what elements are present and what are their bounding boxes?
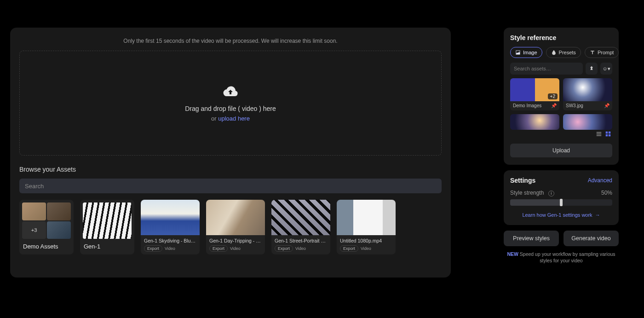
folder-gen-1[interactable]: Gen-1 <box>80 200 134 254</box>
asset-title: Gen-1 Street-Portrait - … <box>275 238 327 243</box>
asset-card[interactable]: Gen-1 Skydiving - Blue … Export Video <box>141 200 200 254</box>
preview-styles-button[interactable]: Preview styles <box>504 231 559 246</box>
upload-pin-button[interactable] <box>586 63 598 75</box>
style-card-name: Demo Images <box>513 103 541 108</box>
pin-icon: 📌 <box>604 103 610 108</box>
style-reference-title: Style reference <box>510 34 612 41</box>
asset-card[interactable]: Gen-1 Day-Tripping - W… Export Video <box>206 200 265 254</box>
extra-badge: +2 <box>548 93 558 99</box>
processing-notice: Only the first 15 seconds of the video w… <box>19 38 442 44</box>
style-reference-panel: Style reference Image Presets Prompt ☺▾ <box>504 28 619 165</box>
main-panel: Only the first 15 seconds of the video w… <box>10 28 451 278</box>
style-tab-row: Image Presets Prompt <box>510 47 612 58</box>
asset-card[interactable]: Gen-1 Street-Portrait - … Export Video <box>271 200 330 254</box>
settings-title: Settings <box>510 177 535 184</box>
more-button[interactable]: ☺▾ <box>600 63 612 75</box>
settings-panel: Settings Advanced Style strength i 50% L… <box>504 170 619 225</box>
action-row: Preview styles Generate video <box>504 231 619 246</box>
generate-video-button[interactable]: Generate video <box>564 231 619 246</box>
export-tag: Export <box>340 245 358 252</box>
asset-row: +3 Demo Assets Gen-1 Gen-1 Skydiving - B… <box>19 200 442 254</box>
dropzone-title: Drag and drop file ( video ) here <box>185 105 276 112</box>
asset-title: Gen-1 Skydiving - Blue … <box>144 238 196 243</box>
style-tools-row: ☺▾ <box>510 63 612 75</box>
style-upload-button[interactable]: Upload <box>510 144 612 157</box>
style-search-input[interactable] <box>510 63 583 75</box>
export-tag: Export <box>209 245 228 252</box>
learn-settings-link[interactable]: Learn how Gen-1 settings work→ <box>510 212 612 218</box>
style-card[interactable]: +2 Demo Images 📌 <box>510 78 559 110</box>
asset-title: Untitled 1080p.mp4 <box>340 238 392 243</box>
view-toggle <box>596 131 611 137</box>
grid-view-button[interactable] <box>605 131 611 137</box>
folder-name: Gen-1 <box>80 239 134 254</box>
browse-assets-label: Browse your Assets <box>19 166 442 173</box>
smiley-icon: ☺▾ <box>602 66 610 72</box>
list-view-button[interactable] <box>596 131 602 137</box>
tip-text: NEW Speed up your workflow by sampling v… <box>504 251 619 264</box>
style-asset-grid: +2 Demo Images 📌 SW3.jpg 📌 <box>510 78 612 138</box>
video-tag: Video <box>361 246 371 251</box>
folder-name: Demo Assets <box>19 239 74 254</box>
style-strength-slider[interactable] <box>510 199 612 206</box>
style-card-name: SW3.jpg <box>566 103 583 108</box>
text-icon <box>590 50 595 55</box>
style-strength-label: Style strength <box>510 190 544 196</box>
asset-search-input[interactable] <box>19 179 442 193</box>
advanced-link[interactable]: Advanced <box>588 177 612 184</box>
droplet-icon <box>551 50 557 55</box>
folder-demo-assets[interactable]: +3 Demo Assets <box>19 200 74 254</box>
style-card-peek[interactable] <box>563 114 612 130</box>
tab-presets[interactable]: Presets <box>546 47 581 58</box>
tab-prompt[interactable]: Prompt <box>585 47 619 58</box>
image-icon <box>515 50 521 55</box>
pin-icon: 📌 <box>551 103 557 108</box>
video-tag: Video <box>295 246 306 251</box>
export-tag: Export <box>275 245 293 252</box>
export-tag: Export <box>144 245 162 252</box>
folder-extra-badge: +3 <box>22 221 46 239</box>
style-card[interactable]: SW3.jpg 📌 <box>563 78 612 110</box>
tab-image[interactable]: Image <box>510 47 542 58</box>
side-column: Style reference Image Presets Prompt ☺▾ <box>504 28 619 264</box>
cloud-upload-icon <box>222 85 239 98</box>
style-card-peek[interactable] <box>510 114 559 130</box>
info-icon[interactable]: i <box>548 191 554 197</box>
arrow-right-icon: → <box>595 212 600 218</box>
video-dropzone[interactable]: Drag and drop file ( video ) here or upl… <box>19 51 442 156</box>
video-tag: Video <box>165 246 175 251</box>
asset-title: Gen-1 Day-Tripping - W… <box>209 238 262 243</box>
pin-icon <box>589 66 594 71</box>
dropzone-subtitle: or upload here <box>211 115 250 122</box>
style-strength-value: 50% <box>601 190 612 196</box>
video-tag: Video <box>230 246 241 251</box>
asset-card[interactable]: Untitled 1080p.mp4 Export Video <box>337 200 396 254</box>
upload-link[interactable]: upload here <box>218 115 250 122</box>
